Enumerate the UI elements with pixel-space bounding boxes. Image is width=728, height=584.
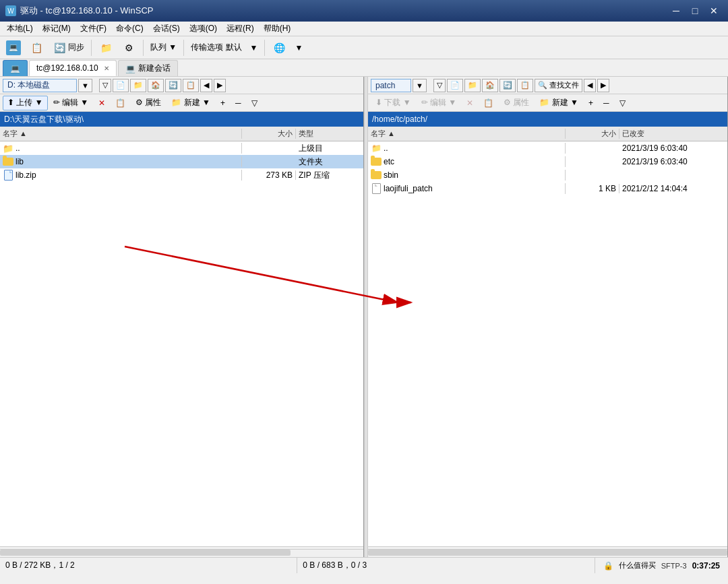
right-hscroll[interactable] bbox=[368, 546, 727, 557]
tb-globe[interactable]: 🌐 bbox=[268, 38, 290, 57]
right-icon2[interactable]: 📁 bbox=[464, 79, 481, 92]
left-home[interactable]: 🏠 bbox=[148, 79, 164, 92]
tb-icon2[interactable]: ⚙ bbox=[118, 38, 140, 57]
left-delete-btn[interactable]: ✕ bbox=[94, 96, 110, 110]
right-action-toolbar: ⬇ 下载 ▼ ✏ 编辑 ▼ ✕ 📋 ⚙ 属性 📁 新建 ▼ + ─ ▽ bbox=[368, 94, 727, 112]
left-file-list: 📁 .. 上级目 lib 文件夹 bbox=[0, 141, 363, 546]
right-cell-sbin-name[interactable]: sbin bbox=[368, 170, 566, 181]
right-col-name[interactable]: 名字 ▲ bbox=[368, 129, 566, 139]
status-time: 0:37:25 bbox=[692, 561, 720, 571]
left-row-libzip[interactable]: lib.zip 273 KB ZIP 压缩 bbox=[0, 168, 363, 182]
tb-transfer-dd[interactable]: ▼ bbox=[247, 38, 262, 57]
right-cell-parent-mod: 2021/3/19 6:03:40 bbox=[619, 143, 727, 153]
right-row-parent[interactable]: 📁 .. 2021/3/19 6:03:40 bbox=[368, 141, 727, 155]
tb-sync-label: 同步 bbox=[68, 42, 84, 53]
right-edit-btn[interactable]: ✏ 编辑 ▼ bbox=[417, 96, 462, 110]
svg-text:📁: 📁 bbox=[3, 143, 13, 154]
tab-close-btn[interactable]: ✕ bbox=[104, 65, 109, 72]
left-icon1[interactable]: 📄 bbox=[113, 79, 129, 92]
tab-session[interactable]: tc@192.168.0.10 ✕ bbox=[29, 60, 117, 76]
right-back[interactable]: ◀ bbox=[584, 79, 596, 92]
left-drive-combo[interactable]: D: 本地磁盘 bbox=[3, 79, 77, 92]
left-row-lib[interactable]: lib 文件夹 bbox=[0, 155, 363, 168]
right-panel: patch ▼ ▽ 📄 📁 🏠 🔄 📋 🔍 查找文件 ◀ ▶ ⬇ 下载 ▼ ✏ … bbox=[368, 77, 728, 557]
right-props-btn[interactable]: ⚙ 属性 bbox=[499, 96, 534, 110]
right-row-sbin[interactable]: sbin bbox=[368, 168, 727, 182]
tab-new-session[interactable]: 💻 新建会话 bbox=[118, 60, 178, 76]
left-icon-btn[interactable]: 📋 bbox=[111, 96, 130, 110]
left-icon2[interactable]: 📁 bbox=[130, 79, 146, 92]
left-sort-btn[interactable]: ▽ bbox=[247, 96, 262, 110]
left-props-btn[interactable]: ⚙ 属性 bbox=[131, 96, 166, 110]
menu-help[interactable]: 帮助(H) bbox=[260, 22, 295, 36]
close-button[interactable]: ✕ bbox=[705, 2, 723, 20]
left-upload-btn[interactable]: ⬆ 上传 ▼ bbox=[3, 96, 48, 110]
maximize-button[interactable]: □ bbox=[686, 2, 704, 20]
menu-file[interactable]: 文件(F) bbox=[76, 22, 111, 36]
left-col-type[interactable]: 类型 bbox=[296, 129, 363, 139]
left-refresh[interactable]: 🔄 bbox=[165, 79, 181, 92]
menu-remote[interactable]: 远程(R) bbox=[222, 22, 258, 36]
left-panel: D: 本地磁盘 ▼ ▽ 📄 📁 🏠 🔄 📋 ◀ ▶ ⬆ 上传 ▼ ✏ 编辑 ▼ … bbox=[0, 77, 364, 557]
right-path-combo[interactable]: patch bbox=[371, 79, 411, 92]
right-parent-icon: 📁 bbox=[371, 143, 382, 154]
right-cell-etc-name[interactable]: etc bbox=[368, 156, 566, 167]
right-cell-patch-name[interactable]: laojifuli_patch bbox=[368, 183, 566, 194]
tb-copy[interactable]: 📋 bbox=[26, 38, 47, 57]
left-new-btn[interactable]: 📁 新建 ▼ bbox=[166, 96, 215, 110]
right-refresh[interactable]: 🔄 bbox=[499, 79, 516, 92]
right-filter[interactable]: ▽ bbox=[433, 79, 446, 92]
parent-icon: 📁 bbox=[3, 143, 13, 154]
right-cell-parent-name[interactable]: 📁 .. bbox=[368, 143, 566, 154]
left-cell-libzip-name[interactable]: lib.zip bbox=[0, 170, 242, 181]
right-home[interactable]: 🏠 bbox=[482, 79, 498, 92]
left-filter[interactable]: ▽ bbox=[99, 79, 111, 92]
left-cell-lib-name[interactable]: lib bbox=[0, 156, 242, 167]
right-sort-btn[interactable]: ▽ bbox=[615, 96, 630, 110]
tb-globe-dd[interactable]: ▼ bbox=[291, 38, 306, 57]
left-col-size[interactable]: 大小 bbox=[242, 129, 296, 139]
right-icon3[interactable]: 📋 bbox=[517, 79, 533, 92]
left-row-parent[interactable]: 📁 .. 上级目 bbox=[0, 141, 363, 155]
left-remove-btn[interactable]: ─ bbox=[231, 96, 246, 110]
left-icon3[interactable]: 📋 bbox=[183, 79, 199, 92]
right-fwd[interactable]: ▶ bbox=[597, 79, 609, 92]
right-find[interactable]: 🔍 查找文件 bbox=[535, 79, 582, 92]
right-icon1[interactable]: 📄 bbox=[447, 79, 463, 92]
menu-command[interactable]: 命令(C) bbox=[112, 22, 148, 36]
right-download-btn[interactable]: ⬇ 下载 ▼ bbox=[371, 96, 416, 110]
right-icon-btn[interactable]: 📋 bbox=[479, 96, 498, 110]
left-drive-dd[interactable]: ▼ bbox=[78, 79, 92, 92]
right-remove-btn[interactable]: ─ bbox=[599, 96, 614, 110]
right-path-bar: patch ▼ ▽ 📄 📁 🏠 🔄 📋 🔍 查找文件 ◀ ▶ bbox=[368, 77, 727, 94]
menu-session[interactable]: 会话(S) bbox=[149, 22, 184, 36]
right-row-etc[interactable]: etc 2021/3/19 6:03:40 bbox=[368, 155, 727, 168]
left-col-name[interactable]: 名字 ▲ bbox=[0, 129, 242, 139]
right-delete-btn[interactable]: ✕ bbox=[462, 96, 478, 110]
right-add-btn[interactable]: + bbox=[584, 96, 598, 110]
minimize-button[interactable]: ─ bbox=[667, 2, 685, 20]
left-add-btn[interactable]: + bbox=[216, 96, 230, 110]
right-row-patch-file[interactable]: laojifuli_patch 1 KB 2021/2/12 14:04:4 bbox=[368, 182, 727, 195]
tb-icon1[interactable]: 📁 bbox=[95, 38, 117, 57]
right-cell-patch-mod: 2021/2/12 14:04:4 bbox=[619, 184, 727, 193]
title-bar: W 驱动 - tc@192.168.0.10 - WinSCP ─ □ ✕ bbox=[0, 0, 728, 22]
left-edit-btn[interactable]: ✏ 编辑 ▼ bbox=[49, 96, 94, 110]
tb-new-session[interactable]: 💻 bbox=[3, 38, 24, 57]
left-cell-parent-name[interactable]: 📁 .. bbox=[0, 143, 242, 154]
window-controls[interactable]: ─ □ ✕ bbox=[667, 2, 723, 20]
menu-mark[interactable]: 标记(M) bbox=[38, 22, 75, 36]
left-hscroll[interactable] bbox=[0, 546, 363, 557]
right-status-text: 0 B / 683 B，0 / 3 bbox=[303, 560, 367, 571]
tb-queue[interactable]: 队列 ▼ bbox=[147, 38, 180, 57]
menu-options[interactable]: 选项(O) bbox=[185, 22, 221, 36]
tb-sync[interactable]: 🔄同步 bbox=[49, 38, 88, 57]
left-back[interactable]: ◀ bbox=[200, 79, 212, 92]
tb-transfer[interactable]: 传输选项 默认 bbox=[187, 38, 245, 57]
left-fwd[interactable]: ▶ bbox=[214, 79, 226, 92]
right-drive-dd[interactable]: ▼ bbox=[413, 79, 427, 92]
right-col-modified[interactable]: 已改变 bbox=[619, 129, 727, 139]
menu-local[interactable]: 本地(L) bbox=[3, 22, 37, 36]
right-new-btn[interactable]: 📁 新建 ▼ bbox=[535, 96, 583, 110]
right-col-size[interactable]: 大小 bbox=[566, 129, 619, 139]
